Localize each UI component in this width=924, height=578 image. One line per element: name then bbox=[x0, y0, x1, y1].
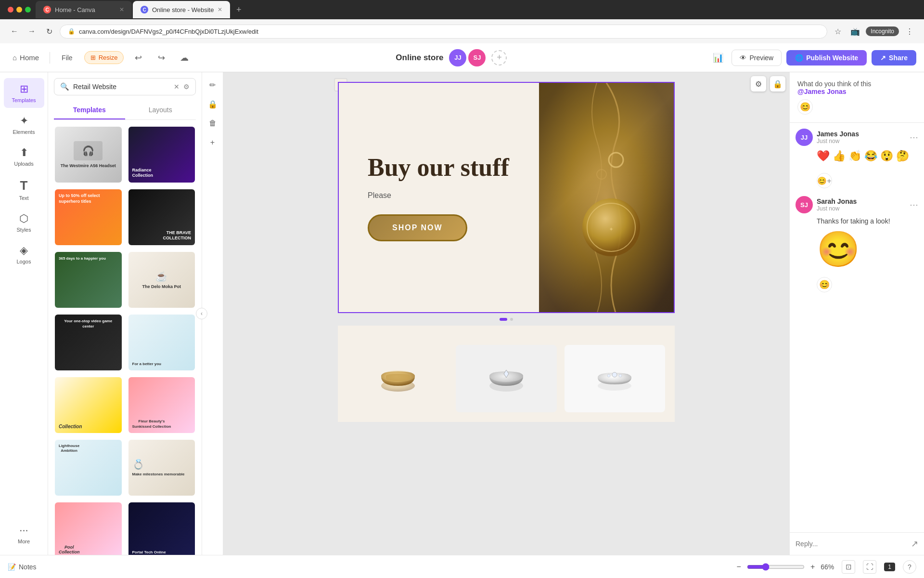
zoom-level-display: 66% bbox=[821, 563, 834, 571]
file-button[interactable]: File bbox=[56, 51, 78, 65]
tab-layouts[interactable]: Layouts bbox=[125, 101, 196, 119]
traffic-light-green[interactable] bbox=[25, 7, 31, 13]
reaction-laugh[interactable]: 😂 bbox=[864, 150, 877, 162]
publish-label: Publish Website bbox=[806, 54, 858, 62]
template-card-5[interactable]: 365 days to a happier you bbox=[54, 251, 123, 309]
tab-templates[interactable]: Templates bbox=[54, 101, 125, 119]
page-number-display: 1 bbox=[884, 563, 895, 571]
browser-cast-icon[interactable]: 📺 bbox=[848, 25, 862, 38]
send-comment-button[interactable]: ↗ bbox=[911, 539, 918, 549]
comment-reply-input[interactable] bbox=[796, 540, 907, 548]
template-card-6[interactable]: ☕ The Delo Moka Pot bbox=[128, 251, 196, 309]
comment-1-avatar: JJ bbox=[796, 129, 813, 146]
hide-panel-button[interactable]: ‹ bbox=[196, 308, 207, 319]
template-card-14[interactable]: Portal Tech Online bbox=[128, 501, 196, 555]
comment-2-more-button[interactable]: ⋯ bbox=[910, 199, 918, 210]
undo-button[interactable]: ↩ bbox=[129, 49, 147, 66]
design-frame[interactable]: Buy our stuff Please SHOP NOW bbox=[338, 82, 675, 313]
browser-tab-2[interactable]: C Online store - Website ✕ bbox=[133, 1, 230, 18]
search-box[interactable]: 🔍 ✕ ⚙ bbox=[54, 78, 196, 95]
comments-list: JJ James Jonas Just now ⋯ ❤️ 👍 👏 😂 😲 bbox=[790, 123, 924, 532]
ring-card-1[interactable] bbox=[347, 345, 448, 412]
home-button[interactable]: ⌂ Home bbox=[8, 51, 44, 65]
new-tab-button[interactable]: + bbox=[231, 2, 246, 17]
shop-now-button[interactable]: SHOP NOW bbox=[368, 214, 467, 241]
traffic-light-yellow[interactable] bbox=[16, 7, 22, 13]
clear-search-button[interactable]: ✕ bbox=[174, 83, 180, 91]
address-bar[interactable]: 🔒 canva.com/design/DAFNVgs2_p0/f4CFnbQjx… bbox=[60, 25, 827, 39]
resize-button[interactable]: ⊞ Resize bbox=[84, 51, 124, 64]
reaction-think[interactable]: 🤔 bbox=[896, 150, 909, 162]
notes-icon: 📝 bbox=[8, 563, 16, 571]
canvas-lock-icon[interactable]: 🔒 bbox=[770, 76, 785, 92]
fit-to-screen-button[interactable]: ⊡ bbox=[842, 560, 855, 574]
tab-1-close[interactable]: ✕ bbox=[119, 6, 124, 13]
reaction-thumbsup[interactable]: 👍 bbox=[833, 150, 846, 162]
search-input[interactable] bbox=[73, 83, 170, 91]
comment-mention[interactable]: @James Jonas bbox=[797, 88, 847, 95]
canvas-lock-button[interactable]: 🔒 bbox=[204, 95, 221, 113]
template-card-2[interactable]: RadianceCollection bbox=[128, 126, 196, 184]
template-card-13[interactable]: PoolCollection bbox=[54, 501, 123, 555]
cloud-save-button[interactable]: ☁ bbox=[176, 49, 193, 66]
add-emoji-button-3[interactable]: 😊 bbox=[817, 273, 918, 292]
sidebar-item-templates[interactable]: ⊞ Templates bbox=[4, 78, 44, 108]
preview-button[interactable]: 👁 Preview bbox=[732, 50, 782, 66]
avatar-jj: JJ bbox=[449, 49, 466, 66]
sidebar-item-more[interactable]: ··· More bbox=[4, 519, 44, 549]
help-button[interactable]: ? bbox=[903, 560, 916, 574]
template-card-10[interactable]: Fleur Beauty'sSunkissed Collection bbox=[128, 376, 196, 434]
comment-1-more-button[interactable]: ⋯ bbox=[910, 132, 918, 143]
canvas-delete-button[interactable]: 🗑 bbox=[204, 115, 221, 132]
template-card-9[interactable]: Collection bbox=[54, 376, 123, 434]
canvas-settings-icon[interactable]: ⚙ bbox=[751, 76, 766, 92]
browser-menu-icon[interactable]: ⋮ bbox=[903, 25, 916, 38]
zoom-out-button[interactable]: − bbox=[737, 563, 741, 571]
sidebar-item-elements[interactable]: ✦ Elements bbox=[4, 110, 44, 140]
notes-button[interactable]: 📝 Notes bbox=[8, 563, 37, 571]
traffic-light-red[interactable] bbox=[8, 7, 13, 13]
sidebar-item-uploads[interactable]: ⬆ Uploads bbox=[4, 142, 44, 171]
panel-search-area: 🔍 ✕ ⚙ bbox=[48, 72, 202, 101]
canvas-add-button[interactable]: + bbox=[204, 134, 221, 151]
fullscreen-button[interactable]: ⛶ bbox=[863, 560, 876, 574]
browser-bookmarks-icon[interactable]: ☆ bbox=[831, 25, 845, 38]
refresh-button[interactable]: ↻ bbox=[42, 25, 56, 38]
left-sidebar: ⊞ Templates ✦ Elements ⬆ Uploads T Text … bbox=[0, 72, 48, 555]
add-collaborator-button[interactable]: + bbox=[491, 50, 507, 66]
redo-button[interactable]: ↪ bbox=[153, 49, 170, 66]
sidebar-item-styles[interactable]: ⬡ Styles bbox=[4, 208, 44, 237]
forward-button[interactable]: → bbox=[25, 25, 38, 38]
sidebar-item-text[interactable]: T Text bbox=[4, 173, 44, 206]
back-button[interactable]: ← bbox=[8, 25, 21, 38]
template-card-8[interactable]: For a better you bbox=[128, 314, 196, 371]
add-emoji-button-2[interactable]: 😊+ bbox=[817, 169, 918, 188]
browser-tab-1[interactable]: C Home - Canva ✕ bbox=[36, 1, 132, 18]
rings-section bbox=[338, 326, 675, 422]
page-dots bbox=[500, 318, 513, 321]
zoom-in-button[interactable]: + bbox=[810, 563, 815, 571]
template-card-4[interactable]: THE BRAVECOLLECTION bbox=[128, 188, 196, 246]
analytics-icon[interactable]: 📊 bbox=[709, 49, 727, 66]
reaction-clap[interactable]: 👏 bbox=[848, 150, 861, 162]
lock-icon: 🔒 bbox=[68, 28, 75, 35]
template-card-11[interactable]: LighthouseAmbition bbox=[54, 439, 123, 497]
zoom-slider[interactable] bbox=[747, 563, 805, 571]
reaction-heart[interactable]: ❤️ bbox=[817, 150, 830, 162]
address-text: canva.com/design/DAFNVgs2_p0/f4CFnbQjxDi… bbox=[79, 28, 258, 35]
design-left-content: Buy our stuff Please SHOP NOW bbox=[339, 134, 541, 260]
template-card-1[interactable]: 🎧 The Westmire A56 Headset bbox=[54, 126, 123, 184]
add-emoji-button-1[interactable]: 😊 bbox=[797, 99, 813, 115]
sidebar-item-logos[interactable]: ◈ Logos bbox=[4, 239, 44, 269]
ring-card-3[interactable] bbox=[565, 345, 665, 412]
filter-button[interactable]: ⚙ bbox=[183, 83, 190, 91]
reaction-wow[interactable]: 😲 bbox=[880, 150, 893, 162]
ring-card-2[interactable] bbox=[456, 345, 556, 412]
canvas-edit-button[interactable]: ✏ bbox=[204, 76, 221, 93]
template-card-3[interactable]: Up to 50% off select superhero titles bbox=[54, 188, 123, 246]
template-card-12[interactable]: 💍 Make milestones memorable bbox=[128, 439, 196, 497]
publish-website-button[interactable]: 🌐 Publish Website bbox=[786, 50, 867, 66]
share-button[interactable]: ↗ Share bbox=[872, 50, 916, 66]
template-card-7[interactable]: Your one-stop video game center bbox=[54, 314, 123, 371]
tab-2-close[interactable]: ✕ bbox=[218, 6, 222, 13]
